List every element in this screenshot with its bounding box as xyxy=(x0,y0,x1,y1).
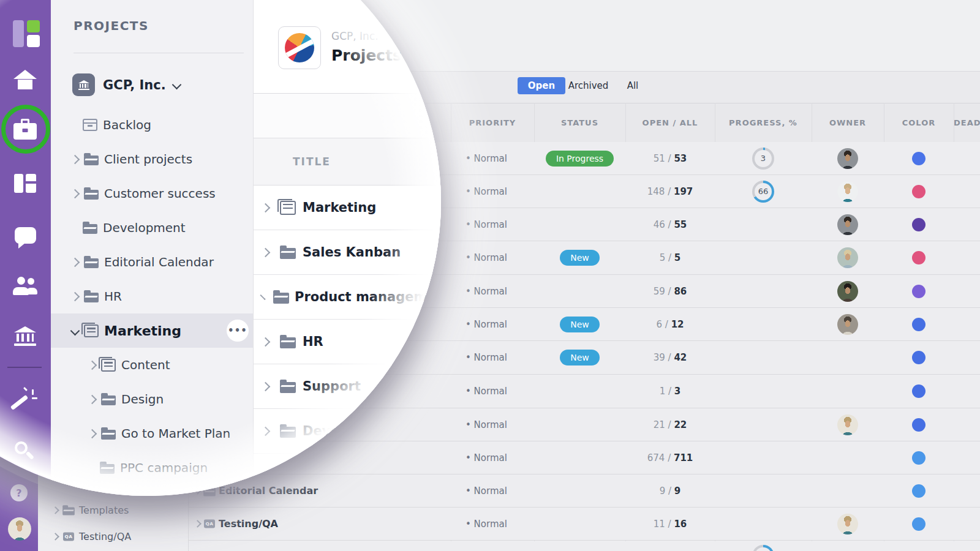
column-header-owner[interactable]: OWNER xyxy=(812,103,884,143)
sidebar-item-development[interactable]: Development xyxy=(51,211,253,245)
color-cell xyxy=(884,208,954,241)
lens-table-row[interactable]: Marketing xyxy=(254,186,441,230)
tab-all[interactable]: All xyxy=(617,77,648,94)
project-color-dot[interactable] xyxy=(912,285,925,298)
progress-cell: 66 xyxy=(715,175,812,208)
column-header-color[interactable]: COLOR xyxy=(884,103,954,143)
owner-avatar[interactable] xyxy=(837,181,858,202)
project-title: Sales Kanban xyxy=(303,245,401,260)
project-color-dot[interactable] xyxy=(912,351,925,364)
sidebar-item-design[interactable]: Design xyxy=(51,382,253,416)
column-header-status[interactable]: STATUS xyxy=(534,103,625,143)
folder-icon xyxy=(101,395,116,405)
sidebar-item-backlog[interactable]: Backlog xyxy=(51,108,253,142)
column-header-progress-[interactable]: PROGRESS, % xyxy=(715,103,812,143)
progress-ring: 66 xyxy=(752,181,774,203)
item-menu-button[interactable]: ••• xyxy=(227,320,249,342)
sidebar-item-customer-success[interactable]: Customer success xyxy=(51,176,253,211)
help-button[interactable]: ? xyxy=(10,484,28,501)
sidebar-item-go-to-market-plan[interactable]: Go to Market Plan xyxy=(51,416,253,451)
column-header-priority[interactable]: PRIORITY xyxy=(451,103,534,143)
owner-avatar[interactable] xyxy=(837,148,858,169)
project-title: Editorial Calendar xyxy=(219,485,318,497)
boards-icon[interactable] xyxy=(14,174,36,193)
search-icon[interactable] xyxy=(13,440,37,463)
sidebar-item-client-projects[interactable]: Client projects xyxy=(51,142,253,176)
owner-avatar[interactable] xyxy=(837,414,858,435)
app-logo-icon[interactable] xyxy=(13,20,37,47)
sidebar-item-briefcase[interactable] xyxy=(13,116,37,141)
project-color-dot[interactable] xyxy=(912,517,925,531)
wand-icon[interactable] xyxy=(13,388,37,413)
sidebar-item-hr[interactable]: HR xyxy=(51,279,253,313)
sidebar-item-wand[interactable] xyxy=(13,388,37,413)
table-row[interactable]: Editorial Calendar• Normal9 / 9 xyxy=(189,474,980,508)
owner-avatar[interactable] xyxy=(837,214,858,235)
user-avatar[interactable] xyxy=(8,517,31,541)
project-color-dot[interactable] xyxy=(912,318,925,331)
owner-avatar[interactable] xyxy=(837,281,858,302)
owner-avatar[interactable] xyxy=(837,314,858,335)
open-all-cell: 51 / 53 xyxy=(625,142,715,174)
column-header-open-all[interactable]: OPEN / ALL xyxy=(625,103,715,143)
lens-table-row[interactable]: Product management xyxy=(254,275,441,320)
project-title: Support xyxy=(303,379,361,394)
owner-cell xyxy=(812,142,884,174)
sidebar-item-home[interactable] xyxy=(13,67,37,92)
project-color-dot[interactable] xyxy=(912,451,925,465)
tab-open[interactable]: Open xyxy=(518,77,565,94)
table-row[interactable]: QA Testing/QA• Normal11 / 16 xyxy=(189,508,980,541)
sidebar-item-people[interactable] xyxy=(13,274,37,298)
sidebar-item-ppc-campaign[interactable]: PPC campaign xyxy=(51,451,253,485)
priority-cell: • Normal xyxy=(466,275,527,307)
color-cell xyxy=(884,408,954,441)
project-color-dot[interactable] xyxy=(912,418,925,432)
project-color-dot[interactable] xyxy=(912,218,925,231)
owner-cell xyxy=(812,275,884,307)
qa-icon: QA xyxy=(63,532,74,541)
sidebar-item-content[interactable]: Content xyxy=(51,348,253,382)
briefcase-icon[interactable] xyxy=(13,123,37,140)
home-icon[interactable] xyxy=(14,70,36,89)
project-title: HR xyxy=(303,334,323,349)
lens-table-row[interactable]: Sales Kanban xyxy=(254,230,441,275)
projects-panel-title: PROJECTS xyxy=(74,18,149,33)
priority-cell: • Normal xyxy=(466,474,527,507)
sidebar-item-editorial-calendar[interactable]: Editorial Calendar xyxy=(51,245,253,279)
priority-cell: • Normal xyxy=(466,308,527,340)
sidebar-item-marketing[interactable]: Marketing ••• xyxy=(51,313,253,348)
priority-cell: • Normal xyxy=(466,441,527,474)
folder-icon xyxy=(280,337,296,348)
board-icon xyxy=(280,201,296,215)
company-switcher[interactable]: GCP, Inc. xyxy=(72,73,180,96)
chevron-right-icon xyxy=(260,294,265,299)
people-icon[interactable] xyxy=(13,277,37,295)
sidebar-item-boards[interactable] xyxy=(13,171,37,195)
sidebar-item-templates[interactable]: Templates xyxy=(38,497,188,523)
project-color-dot[interactable] xyxy=(912,251,925,264)
table-row-partial xyxy=(189,541,980,551)
chevron-right-icon xyxy=(261,203,271,212)
owner-avatar[interactable] xyxy=(837,247,858,268)
progress-cell: 3 xyxy=(715,142,812,174)
owner-avatar[interactable] xyxy=(837,514,858,534)
sidebar-item-bank[interactable] xyxy=(13,324,37,348)
sidebar-item-logo[interactable] xyxy=(13,21,37,46)
sidebar-item-search[interactable] xyxy=(13,440,37,464)
project-title: Marketing xyxy=(303,200,376,215)
tab-archived[interactable]: Archived xyxy=(565,77,611,94)
open-all-cell: 6 / 12 xyxy=(625,308,715,340)
chat-icon[interactable] xyxy=(15,227,36,244)
sidebar-item-testing-qa[interactable]: QA Testing/QA xyxy=(38,523,188,549)
project-label: Content xyxy=(121,358,170,372)
column-header-deadline[interactable]: DEADLINE xyxy=(954,103,980,143)
color-cell xyxy=(884,341,954,374)
folder-icon xyxy=(280,248,296,259)
sidebar-item-chat[interactable] xyxy=(13,223,37,247)
project-color-dot[interactable] xyxy=(912,384,925,398)
project-color-dot[interactable] xyxy=(912,185,925,198)
project-color-dot[interactable] xyxy=(912,152,925,165)
bank-icon[interactable] xyxy=(14,326,36,346)
open-all-cell: 9 / 9 xyxy=(625,474,715,507)
project-color-dot[interactable] xyxy=(912,484,925,498)
